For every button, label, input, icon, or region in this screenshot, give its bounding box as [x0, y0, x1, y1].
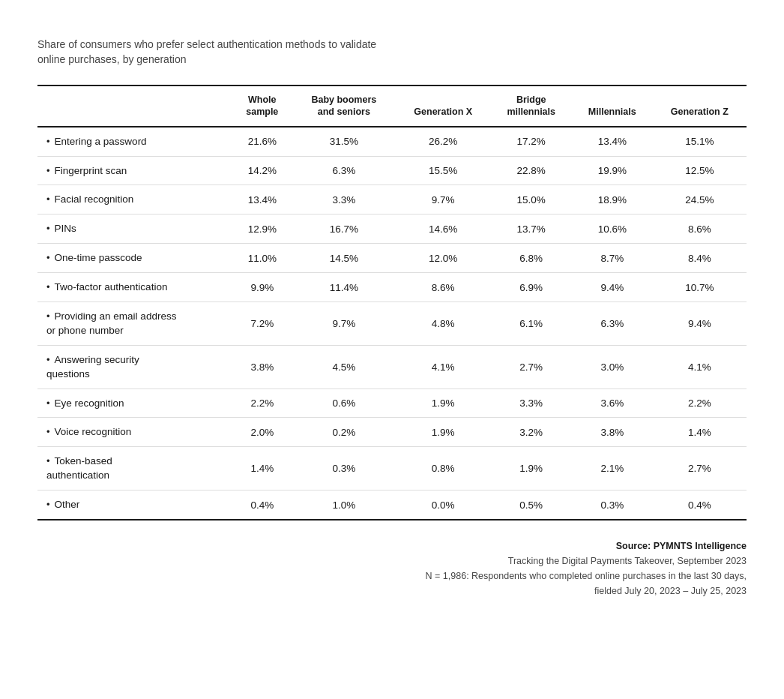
data-cell: 4.1%	[396, 345, 490, 388]
data-cell: 17.2%	[490, 127, 572, 156]
col-header-bridge-millennials: Bridgemillennials	[490, 86, 572, 127]
data-cell: 9.9%	[232, 273, 292, 302]
data-cell: 15.0%	[490, 185, 572, 214]
table-row: •Two-factor authentication9.9%11.4%8.6%6…	[37, 273, 747, 302]
data-cell: 6.8%	[490, 244, 572, 273]
data-cell: 3.6%	[572, 388, 653, 418]
row-label: •Token-basedauthentication	[37, 447, 232, 490]
data-cell: 3.3%	[292, 185, 396, 214]
data-cell: 11.0%	[232, 244, 292, 273]
data-cell: 0.4%	[232, 490, 292, 520]
data-cell: 26.2%	[396, 127, 490, 156]
bullet-icon: •	[46, 454, 50, 468]
data-cell: 12.5%	[653, 156, 747, 185]
data-cell: 15.5%	[396, 156, 490, 185]
data-cell: 4.5%	[292, 345, 396, 388]
data-cell: 3.8%	[232, 345, 292, 388]
table-row: •One-time passcode11.0%14.5%12.0%6.8%8.7…	[37, 244, 747, 273]
data-cell: 6.1%	[490, 302, 572, 346]
source-line2: N = 1,986: Respondents who completed onl…	[37, 568, 747, 584]
data-cell: 0.2%	[292, 418, 396, 447]
data-cell: 15.1%	[653, 127, 747, 156]
col-header-baby-boomers: Baby boomersand seniors	[292, 86, 396, 127]
data-cell: 1.4%	[653, 418, 747, 447]
data-cell: 0.4%	[653, 490, 747, 520]
data-cell: 21.6%	[232, 127, 292, 156]
bullet-icon: •	[46, 251, 50, 265]
table-row: •Voice recognition2.0%0.2%1.9%3.2%3.8%1.…	[37, 418, 747, 447]
table-row: •Eye recognition2.2%0.6%1.9%3.3%3.6%2.2%	[37, 388, 747, 418]
data-cell: 14.2%	[232, 156, 292, 185]
data-cell: 6.3%	[572, 302, 653, 346]
col-header-generation-x: Generation X	[396, 86, 490, 127]
data-cell: 8.7%	[572, 244, 653, 273]
data-cell: 12.9%	[232, 214, 292, 244]
data-cell: 7.2%	[232, 302, 292, 346]
row-label: •Eye recognition	[37, 388, 232, 418]
data-cell: 14.6%	[396, 214, 490, 244]
row-label: •Other	[37, 490, 232, 520]
bullet-icon: •	[46, 164, 50, 178]
row-label: •Voice recognition	[37, 418, 232, 447]
data-cell: 1.9%	[396, 388, 490, 418]
data-cell: 2.0%	[232, 418, 292, 447]
row-label: •Facial recognition	[37, 185, 232, 214]
data-cell: 22.8%	[490, 156, 572, 185]
bullet-icon: •	[46, 353, 50, 367]
data-cell: 1.9%	[490, 447, 572, 490]
data-cell: 9.7%	[396, 185, 490, 214]
data-cell: 0.3%	[572, 490, 653, 520]
data-cell: 0.0%	[396, 490, 490, 520]
table-row: •Entering a password21.6%31.5%26.2%17.2%…	[37, 127, 747, 156]
source-line1: Tracking the Digital Payments Takeover, …	[37, 554, 747, 568]
row-label: •Two-factor authentication	[37, 273, 232, 302]
data-cell: 2.2%	[653, 388, 747, 418]
table-row: •Facial recognition13.4%3.3%9.7%15.0%18.…	[37, 185, 747, 214]
data-cell: 0.8%	[396, 447, 490, 490]
chart-subtitle: Share of consumers who prefer select aut…	[37, 38, 747, 67]
data-cell: 16.7%	[292, 214, 396, 244]
col-header-generation-z: Generation Z	[653, 86, 747, 127]
data-cell: 13.4%	[572, 127, 653, 156]
data-cell: 0.5%	[490, 490, 572, 520]
data-cell: 0.6%	[292, 388, 396, 418]
data-cell: 1.0%	[292, 490, 396, 520]
row-label: •One-time passcode	[37, 244, 232, 273]
data-cell: 10.7%	[653, 273, 747, 302]
data-cell: 13.4%	[232, 185, 292, 214]
data-cell: 24.5%	[653, 185, 747, 214]
table-row: •Other0.4%1.0%0.0%0.5%0.3%0.4%	[37, 490, 747, 520]
source-bold: Source: PYMNTS Intelligence	[37, 538, 747, 554]
col-header-empty	[37, 86, 232, 127]
data-table: Wholesample Baby boomersand seniors Gene…	[37, 85, 747, 520]
data-cell: 10.6%	[572, 214, 653, 244]
bullet-icon: •	[46, 222, 50, 236]
data-cell: 2.7%	[490, 345, 572, 388]
source-section: Source: PYMNTS Intelligence Tracking the…	[37, 538, 747, 598]
row-label: •Entering a password	[37, 127, 232, 156]
row-label: •Providing an email addressor phone numb…	[37, 302, 232, 346]
bullet-icon: •	[46, 425, 50, 439]
data-cell: 2.1%	[572, 447, 653, 490]
table-row: •PINs12.9%16.7%14.6%13.7%10.6%8.6%	[37, 214, 747, 244]
data-cell: 19.9%	[572, 156, 653, 185]
data-cell: 1.9%	[396, 418, 490, 447]
data-cell: 2.7%	[653, 447, 747, 490]
row-label: •Answering securityquestions	[37, 345, 232, 388]
data-cell: 3.2%	[490, 418, 572, 447]
data-cell: 6.9%	[490, 273, 572, 302]
row-label: •PINs	[37, 214, 232, 244]
data-cell: 14.5%	[292, 244, 396, 273]
bullet-icon: •	[46, 310, 50, 323]
data-cell: 8.4%	[653, 244, 747, 273]
data-cell: 8.6%	[396, 273, 490, 302]
data-cell: 31.5%	[292, 127, 396, 156]
data-cell: 6.3%	[292, 156, 396, 185]
table-row: •Token-basedauthentication1.4%0.3%0.8%1.…	[37, 447, 747, 490]
col-header-millennials: Millennials	[572, 86, 653, 127]
data-cell: 4.8%	[396, 302, 490, 346]
table-row: •Providing an email addressor phone numb…	[37, 302, 747, 346]
table-row: •Fingerprint scan14.2%6.3%15.5%22.8%19.9…	[37, 156, 747, 185]
data-cell: 0.3%	[292, 447, 396, 490]
data-cell: 13.7%	[490, 214, 572, 244]
